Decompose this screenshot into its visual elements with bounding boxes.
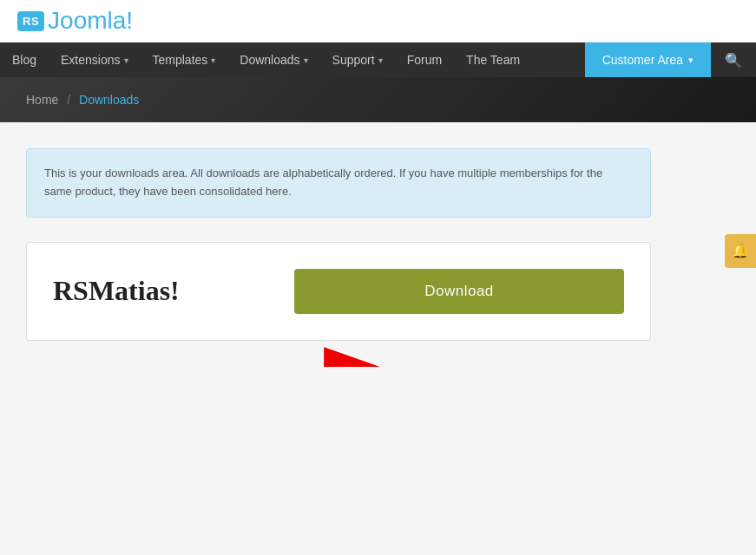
site-header: RS Joomla! [0,0,756,42]
product-name: RSMatias! [53,275,180,307]
nav-item-forum[interactable]: Forum [395,42,454,77]
download-card: RSMatias! Download [26,242,651,341]
nav-item-downloads[interactable]: Downloads ▾ [227,42,319,77]
breadcrumb-separator: / [67,93,70,107]
logo[interactable]: RS Joomla! [17,7,133,35]
nav-item-support[interactable]: Support ▾ [320,42,395,77]
chevron-down-icon: ▾ [688,55,694,66]
nav-item-templates[interactable]: Templates ▾ [141,42,228,77]
chevron-icon: ▾ [378,56,383,65]
search-icon: 🔍 [725,52,742,69]
download-button[interactable]: Download [294,269,624,314]
breadcrumb-banner: Home / Downloads [0,77,756,122]
logo-text: Joomla! [48,7,133,35]
nav-item-blog[interactable]: Blog [0,42,49,77]
nav-item-the-team[interactable]: The Team [454,42,532,77]
arrow-pointer [297,324,436,366]
chevron-icon: ▾ [304,56,308,65]
svg-marker-0 [297,324,436,366]
navigation-bar: Blog Extensions ▾ Templates ▾ Downloads … [0,42,756,77]
main-content: This is your downloads area. All downloa… [0,122,756,367]
chevron-icon: ▾ [124,56,128,65]
customer-area-button[interactable]: Customer Area ▾ [585,42,711,77]
breadcrumb: Home / Downloads [26,93,730,107]
notification-bell[interactable]: 🔔 [725,234,756,268]
bell-icon: 🔔 [732,243,749,259]
chevron-icon: ▾ [211,56,215,65]
logo-badge: RS [17,11,44,31]
nav-items: Blog Extensions ▾ Templates ▾ Downloads … [0,42,585,77]
breadcrumb-home[interactable]: Home [26,93,58,107]
nav-item-extensions[interactable]: Extensions ▾ [49,42,140,77]
breadcrumb-current: Downloads [79,93,139,107]
info-box: This is your downloads area. All downloa… [26,148,651,218]
search-button[interactable]: 🔍 [711,42,756,77]
nav-right: Customer Area ▾ 🔍 [585,42,756,77]
